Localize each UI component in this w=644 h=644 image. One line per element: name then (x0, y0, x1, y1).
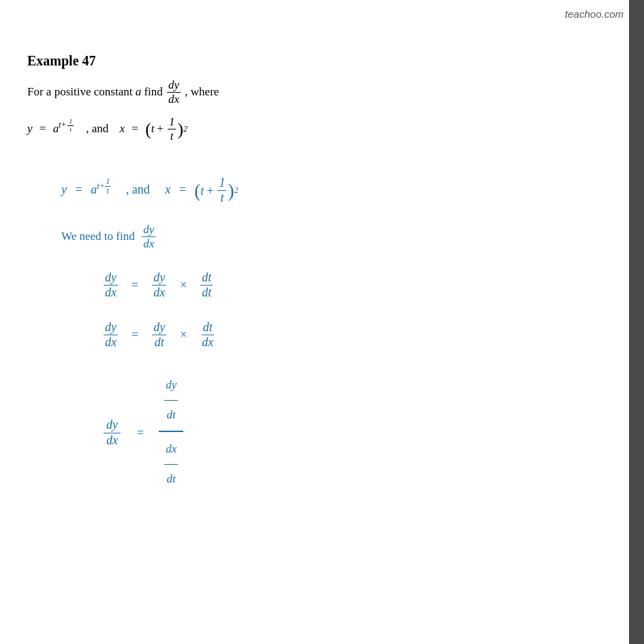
equation-block-1: dy dx = dy dx × dt dt dy dx (61, 270, 617, 496)
dx-denominator: dx (167, 93, 181, 106)
problem-statement: For a positive constant a find dy dx , w… (27, 78, 617, 107)
page-container: teachoo.com Example 47 For a positive co… (0, 0, 644, 644)
brand-logo: teachoo.com (565, 8, 624, 20)
equation-row-1: dy dx = dy dx × dt dt (102, 270, 617, 301)
solution-section: y = at+1t , and x = ( t + 1 t ) 2 We nee… (27, 172, 617, 497)
equals-2: = (132, 320, 138, 350)
equals-1: = (132, 270, 138, 301)
problem-equations: y = at+1t , and x = ( t + 1 t ) 2 (27, 114, 617, 145)
right-sidebar (629, 0, 644, 644)
problem-text: For a positive constant (27, 85, 136, 98)
example-title: Example 47 (27, 53, 617, 69)
dy-numerator: dy (167, 78, 181, 93)
times-1: × (180, 270, 187, 301)
times-2: × (180, 320, 187, 350)
need-dydx: dy dx (142, 223, 155, 251)
dydx-fraction-header: dy dx (167, 78, 181, 107)
equation-row-3: dy dx = dy dt dx dt (102, 369, 617, 496)
problem-find: find (144, 85, 166, 98)
equation-row-2: dy dx = dy dt × dt dx (102, 320, 617, 350)
var-a: a (136, 85, 142, 98)
given-equations: y = at+1t , and x = ( t + 1 t ) 2 (61, 172, 617, 209)
comma-where: , where (185, 85, 219, 98)
need-to-find-statement: We need to find dy dx (61, 223, 617, 251)
